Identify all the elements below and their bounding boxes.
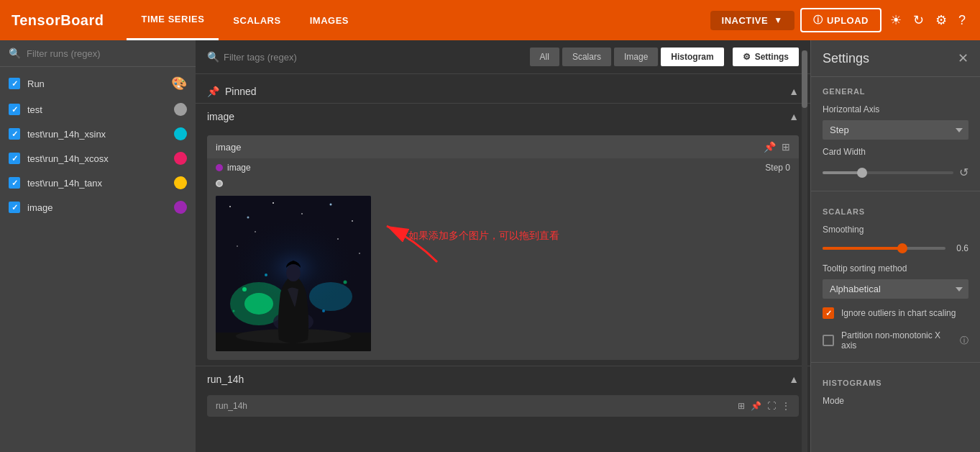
tooltip-sorting-select[interactable]: Alphabetical <box>823 279 968 299</box>
settings-panel: Settings ✕ GENERAL Horizontal Axis Step … <box>810 40 980 452</box>
pinned-section: 📌 Pinned ▲ <box>196 80 810 103</box>
legend-step: Step 0 <box>765 163 790 173</box>
sidebar-item-image[interactable]: image <box>0 195 196 220</box>
card-width-label: Card Width <box>811 143 980 160</box>
partition-info-icon: ⓘ <box>960 335 968 347</box>
mode-label: Mode <box>811 392 980 409</box>
card-partial-icon1[interactable]: ⊞ <box>738 401 745 411</box>
nav-links: TIME SERIES SCALARS IMAGES <box>127 0 710 40</box>
test-color <box>174 103 187 116</box>
xsinx-checkbox[interactable] <box>9 128 20 140</box>
card-expand-icon[interactable]: ⊞ <box>782 141 790 153</box>
svg-point-2 <box>247 217 249 219</box>
upload-button[interactable]: ⓘ UPLOAD <box>800 8 881 32</box>
svg-point-6 <box>352 220 353 222</box>
tab-all[interactable]: All <box>530 48 559 66</box>
xcosx-checkbox[interactable] <box>9 153 20 164</box>
ignore-outliers-checkbox[interactable] <box>823 307 834 319</box>
nav-scalars[interactable]: SCALARS <box>219 0 295 40</box>
svg-point-10 <box>359 253 360 254</box>
partition-row: Partition non-monotonic X axis ⓘ <box>811 325 980 356</box>
divider-1 <box>811 191 980 191</box>
scalars-section-label: SCALARS <box>811 197 980 220</box>
refresh-icon[interactable]: ↻ <box>910 9 927 31</box>
group-image-collapse-icon[interactable]: ▲ <box>789 111 799 122</box>
nav-time-series[interactable]: TIME SERIES <box>127 0 219 40</box>
card-width-thumb[interactable] <box>857 168 867 178</box>
sidebar-item-xsinx[interactable]: test\run_14h_xsinx <box>0 122 196 146</box>
run-checkbox[interactable] <box>9 78 20 89</box>
xcosx-color <box>174 152 187 165</box>
sidebar-item-test[interactable]: test <box>0 97 196 122</box>
nav-images[interactable]: IMAGES <box>296 0 363 40</box>
svg-point-19 <box>242 287 247 291</box>
help-icon[interactable]: ? <box>956 10 968 31</box>
svg-point-5 <box>330 204 332 206</box>
divider-2 <box>811 362 980 363</box>
card-partial-icon4[interactable]: ⋮ <box>782 401 790 411</box>
run-label: Run <box>27 78 164 89</box>
settings-open-button[interactable]: ⚙ Settings <box>733 48 799 66</box>
ignore-outliers-row: Ignore outliers in chart scaling <box>811 302 980 325</box>
app-logo: TensorBoard <box>12 12 104 29</box>
palette-icon[interactable]: 🎨 <box>171 76 187 91</box>
main-layout: 🔍 Run 🎨 test test\run_14h_xsinx <box>0 40 980 452</box>
group-run14h-collapse-icon[interactable]: ▲ <box>789 374 799 385</box>
horizontal-axis-label: Horizontal Axis <box>811 100 980 117</box>
smoothing-thumb[interactable] <box>897 243 907 253</box>
tag-search-box: 🔍 <box>207 51 521 63</box>
card-width-track[interactable] <box>823 171 953 174</box>
pin-icon: 📌 <box>207 86 219 97</box>
smoothing-track[interactable] <box>823 247 945 250</box>
tab-scalars[interactable]: Scalars <box>562 48 611 66</box>
card-image-area: 如果添加多个图片，可以拖到直看 <box>207 190 799 360</box>
content-scroll[interactable]: 📌 Pinned ▲ image ▲ image 📌 ⊞ image <box>196 74 810 452</box>
sidebar-item-run[interactable]: Run 🎨 <box>0 70 196 97</box>
close-icon[interactable]: ✕ <box>958 50 968 66</box>
group-run14h-header[interactable]: run_14h ▲ <box>196 366 810 392</box>
brightness-icon[interactable]: ☀ <box>887 9 905 31</box>
sidebar-item-tanx[interactable]: test\run_14h_tanx <box>0 171 196 195</box>
sidebar-items: Run 🎨 test test\run_14h_xsinx test\run_1… <box>0 67 196 452</box>
card-width-fill <box>823 171 862 174</box>
legend-dot <box>216 164 223 171</box>
runs-search-input[interactable] <box>27 48 187 59</box>
card-legend: image Step 0 <box>207 158 799 177</box>
xsinx-label: test\run_14h_xsinx <box>27 129 167 140</box>
test-checkbox[interactable] <box>9 104 20 115</box>
card-slider-row <box>207 177 799 190</box>
settings-gear-icon: ⚙ <box>743 52 751 62</box>
sidebar: 🔍 Run 🎨 test test\run_14h_xsinx <box>0 40 196 452</box>
card-pin-icon[interactable]: 📌 <box>764 141 776 153</box>
settings-title-row: Settings ✕ <box>811 40 980 77</box>
status-button[interactable]: INACTIVE ▼ <box>710 11 794 30</box>
card-title: image <box>216 142 758 153</box>
image-checkbox[interactable] <box>9 202 20 213</box>
sidebar-item-xcosx[interactable]: test\run_14h_xcosx <box>0 146 196 171</box>
xsinx-color <box>174 127 187 140</box>
group-image-header[interactable]: image ▲ <box>196 103 810 130</box>
nav-right: INACTIVE ▼ ⓘ UPLOAD ☀ ↻ ⚙ ? <box>710 8 968 32</box>
content-area: 🔍 All Scalars Image Histogram ⚙ Settings… <box>196 40 810 452</box>
test-label: test <box>27 104 167 115</box>
partition-checkbox[interactable] <box>823 335 834 346</box>
step-slider-dot <box>216 180 223 187</box>
card-partial-icon3[interactable]: ⛶ <box>767 401 776 411</box>
card-partial-icon2[interactable]: 📌 <box>751 401 761 411</box>
settings-title: Settings <box>823 51 958 66</box>
horizontal-axis-select[interactable]: Step <box>823 120 968 140</box>
content-header: 🔍 All Scalars Image Histogram ⚙ Settings <box>196 40 810 74</box>
card-partial-label: run_14h <box>216 401 247 411</box>
reset-card-width-icon[interactable]: ↺ <box>959 166 968 179</box>
tanx-checkbox[interactable] <box>9 177 20 189</box>
pinned-collapse-icon[interactable]: ▲ <box>789 86 799 97</box>
tags-search-input[interactable] <box>224 52 521 63</box>
smoothing-fill <box>823 247 902 250</box>
tab-histogram[interactable]: Histogram <box>661 48 723 66</box>
group-run14h-label: run_14h <box>207 374 244 385</box>
search-icon: 🔍 <box>9 48 21 59</box>
tanx-color <box>174 176 187 189</box>
settings-icon[interactable]: ⚙ <box>933 9 950 31</box>
tab-image[interactable]: Image <box>614 48 658 66</box>
svg-point-21 <box>344 281 347 284</box>
